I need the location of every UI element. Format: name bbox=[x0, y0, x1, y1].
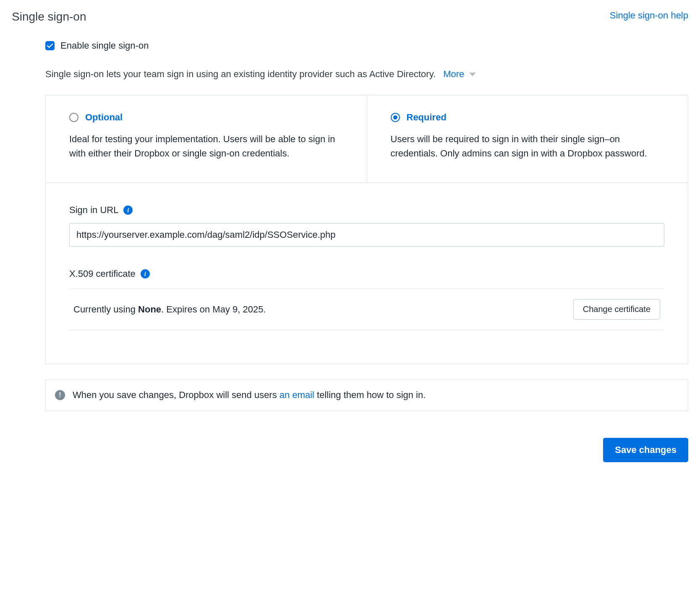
mode-optional-title: Optional bbox=[85, 112, 123, 123]
certificate-status: Currently using None. Expires on May 9, … bbox=[73, 304, 266, 315]
check-icon bbox=[47, 44, 53, 48]
more-label: More bbox=[443, 69, 464, 80]
chevron-down-icon bbox=[469, 73, 476, 76]
radio-dot-icon bbox=[393, 115, 397, 120]
notice-suffix: telling them how to sign in. bbox=[314, 390, 426, 400]
signin-url-input[interactable] bbox=[69, 223, 664, 247]
radio-optional[interactable] bbox=[69, 113, 78, 122]
notice-prefix: When you save changes, Dropbox will send… bbox=[73, 390, 279, 400]
mode-required-desc: Users will be required to sign in with t… bbox=[391, 132, 665, 161]
mode-optional-desc: Ideal for testing your implementation. U… bbox=[69, 132, 343, 161]
mode-required-title: Required bbox=[407, 112, 447, 123]
signin-url-label: Sign in URL bbox=[69, 205, 118, 216]
save-notice: ! When you save changes, Dropbox will se… bbox=[45, 379, 688, 411]
enable-sso-checkbox[interactable] bbox=[45, 41, 55, 50]
info-icon[interactable]: i bbox=[141, 269, 150, 278]
page-title: Single sign-on bbox=[12, 10, 86, 23]
save-changes-button[interactable]: Save changes bbox=[603, 438, 688, 462]
mode-optional-cell[interactable]: Optional Ideal for testing your implemen… bbox=[46, 95, 367, 182]
info-icon[interactable]: i bbox=[123, 206, 133, 215]
more-toggle[interactable]: More bbox=[443, 69, 476, 80]
mode-required-cell[interactable]: Required Users will be required to sign … bbox=[367, 95, 688, 182]
alert-icon: ! bbox=[55, 390, 65, 400]
sso-config-panel: Optional Ideal for testing your implemen… bbox=[45, 95, 688, 364]
certificate-label: X.509 certificate bbox=[69, 268, 136, 279]
change-certificate-button[interactable]: Change certificate bbox=[573, 299, 660, 320]
sso-help-link[interactable]: Single sign-on help bbox=[610, 10, 688, 21]
enable-sso-label: Enable single sign-on bbox=[60, 40, 149, 51]
radio-required[interactable] bbox=[391, 113, 400, 122]
notice-email-link[interactable]: an email bbox=[279, 390, 314, 400]
sso-description: Single sign-on lets your team sign in us… bbox=[45, 69, 436, 80]
